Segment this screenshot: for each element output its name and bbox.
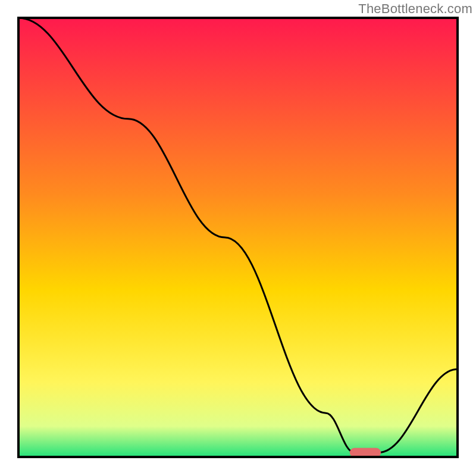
chart-stage: { "watermark": "TheBottleneck.com", "cha…: [0, 0, 476, 476]
watermark-text: TheBottleneck.com: [358, 1, 472, 17]
bottleneck-chart: [0, 0, 476, 476]
optimal-point-marker: [350, 448, 381, 457]
